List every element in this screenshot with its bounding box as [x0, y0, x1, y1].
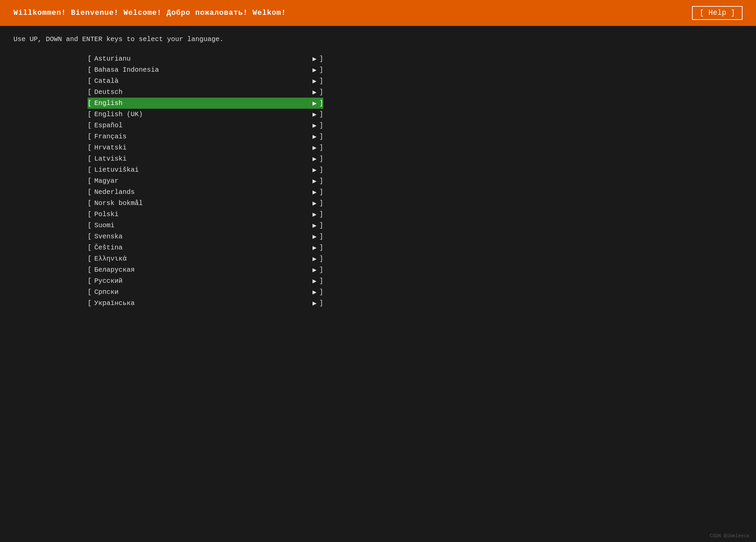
lang-bracket-close: ]: [319, 222, 323, 229]
language-item[interactable]: [ Hrvatski▶]: [88, 142, 323, 153]
lang-arrow-icon: ▶: [313, 188, 317, 196]
lang-bracket-close: ]: [319, 266, 323, 274]
language-item[interactable]: [ Latviski▶]: [88, 153, 323, 164]
lang-bracket-open: [: [88, 266, 92, 274]
lang-arrow-icon: ▶: [313, 255, 317, 263]
lang-arrow-icon: ▶: [313, 66, 317, 74]
lang-name: Українська: [94, 299, 313, 307]
lang-name: Bahasa Indonesia: [94, 66, 313, 74]
lang-bracket-close: ]: [319, 110, 323, 118]
lang-name: Polski: [94, 210, 313, 218]
lang-bracket-close: ]: [319, 55, 323, 63]
lang-name: Ελληνικά: [94, 255, 313, 263]
lang-bracket-open: [: [88, 166, 92, 174]
lang-name: English (UK): [94, 110, 313, 118]
language-item[interactable]: [ Ελληνικά▶]: [88, 253, 323, 264]
language-item[interactable]: [ Српски▶]: [88, 286, 323, 298]
language-item[interactable]: [ Español▶]: [88, 120, 323, 131]
lang-bracket-open: [: [88, 133, 92, 140]
language-item[interactable]: [ Українська▶]: [88, 298, 323, 309]
lang-arrow-icon: ▶: [313, 277, 317, 285]
language-item[interactable]: [ Svenska▶]: [88, 231, 323, 242]
lang-name: Српски: [94, 288, 313, 296]
lang-bracket-open: [: [88, 233, 92, 240]
lang-name: Čeština: [94, 244, 313, 251]
lang-bracket-open: [: [88, 155, 92, 163]
lang-arrow-icon: ▶: [313, 299, 317, 307]
instructions: Use UP, DOWN and ENTER keys to select yo…: [0, 26, 756, 50]
lang-name: Deutsch: [94, 88, 313, 96]
language-item[interactable]: [ Català▶]: [88, 75, 323, 87]
language-item[interactable]: [ Polski▶]: [88, 209, 323, 220]
lang-bracket-open: [: [88, 177, 92, 185]
lang-bracket-close: ]: [319, 233, 323, 240]
language-item[interactable]: [ Norsk bokmål▶]: [88, 198, 323, 209]
language-item[interactable]: [ Čeština▶]: [88, 242, 323, 253]
help-button[interactable]: [ Help ]: [692, 6, 743, 20]
lang-name: Magyar: [94, 177, 313, 185]
language-item[interactable]: [ Русский▶]: [88, 275, 323, 286]
lang-arrow-icon: ▶: [313, 221, 317, 230]
lang-name: Français: [94, 133, 313, 140]
lang-name: English: [94, 99, 313, 107]
lang-arrow-icon: ▶: [313, 110, 317, 118]
language-item[interactable]: [ Bahasa Indonesia▶]: [88, 64, 323, 75]
language-item[interactable]: [ Deutsch▶]: [88, 87, 323, 98]
lang-name: Hrvatski: [94, 144, 313, 151]
lang-arrow-icon: ▶: [313, 166, 317, 174]
lang-bracket-close: ]: [319, 244, 323, 251]
lang-name: Nederlands: [94, 188, 313, 196]
lang-bracket-close: ]: [319, 177, 323, 185]
header-title: Willkommen! Bienvenue! Welcome! Добро по…: [13, 9, 286, 17]
lang-bracket-open: [: [88, 255, 92, 263]
lang-bracket-open: [: [88, 210, 92, 218]
lang-bracket-open: [: [88, 244, 92, 251]
language-item[interactable]: [ Беларуская▶]: [88, 264, 323, 275]
lang-name: Español: [94, 122, 313, 129]
language-item[interactable]: [ Nederlands▶]: [88, 187, 323, 198]
lang-bracket-open: [: [88, 110, 92, 118]
language-item[interactable]: [ Asturianu▶]: [88, 53, 323, 64]
lang-bracket-close: ]: [319, 299, 323, 307]
lang-name: Norsk bokmål: [94, 199, 313, 207]
lang-bracket-open: [: [88, 66, 92, 74]
lang-arrow-icon: ▶: [313, 210, 317, 218]
lang-bracket-close: ]: [319, 133, 323, 140]
lang-bracket-open: [: [88, 299, 92, 307]
language-item[interactable]: [ Lietuviškai▶]: [88, 164, 323, 175]
lang-bracket-open: [: [88, 122, 92, 129]
lang-name: Suomi: [94, 222, 313, 229]
language-item[interactable]: [ English▶]: [88, 98, 323, 109]
lang-arrow-icon: ▶: [313, 266, 317, 274]
lang-name: Latviski: [94, 155, 313, 163]
lang-bracket-open: [: [88, 288, 92, 296]
lang-name: Asturianu: [94, 55, 313, 63]
lang-name: Català: [94, 77, 313, 85]
header-bar: Willkommen! Bienvenue! Welcome! Добро по…: [0, 0, 756, 26]
lang-arrow-icon: ▶: [313, 288, 317, 296]
lang-bracket-open: [: [88, 277, 92, 285]
language-item[interactable]: [ Français▶]: [88, 131, 323, 142]
lang-bracket-open: [: [88, 88, 92, 96]
language-list: [ Asturianu▶][ Bahasa Indonesia▶][ Catal…: [0, 50, 756, 309]
watermark: CSDN @ibmleeca: [710, 533, 749, 539]
lang-bracket-close: ]: [319, 66, 323, 74]
lang-arrow-icon: ▶: [313, 143, 317, 152]
lang-bracket-close: ]: [319, 166, 323, 174]
lang-arrow-icon: ▶: [313, 77, 317, 85]
language-item[interactable]: [ Suomi▶]: [88, 220, 323, 231]
language-item[interactable]: [ Magyar▶]: [88, 175, 323, 187]
lang-arrow-icon: ▶: [313, 132, 317, 141]
lang-bracket-close: ]: [319, 122, 323, 129]
lang-arrow-icon: ▶: [313, 155, 317, 163]
lang-name: Русский: [94, 277, 313, 285]
lang-arrow-icon: ▶: [313, 199, 317, 207]
lang-bracket-close: ]: [319, 77, 323, 85]
lang-bracket-open: [: [88, 55, 92, 63]
lang-bracket-close: ]: [319, 277, 323, 285]
lang-bracket-close: ]: [319, 210, 323, 218]
language-item[interactable]: [ English (UK)▶]: [88, 109, 323, 120]
lang-bracket-close: ]: [319, 144, 323, 151]
lang-bracket-close: ]: [319, 288, 323, 296]
lang-bracket-open: [: [88, 77, 92, 85]
